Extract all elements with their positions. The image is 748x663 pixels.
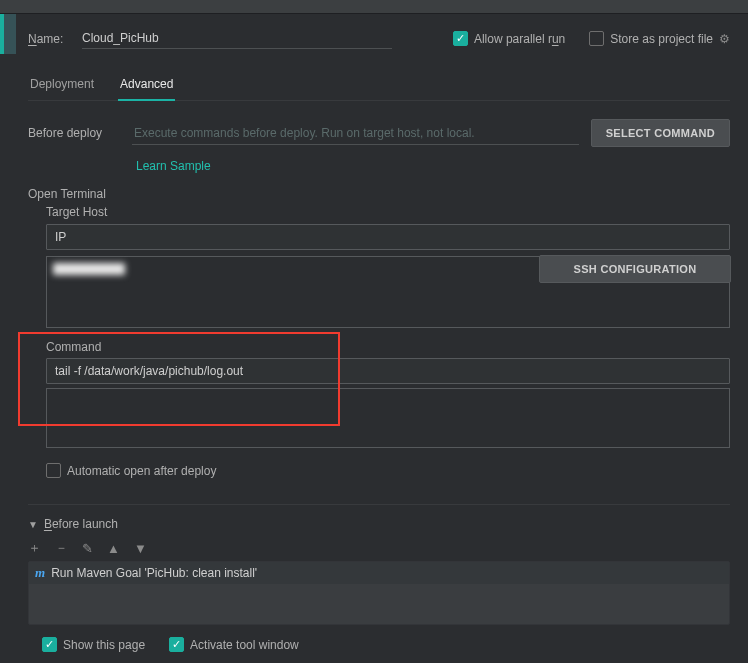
task-row[interactable]: m Run Maven Goal 'PicHub: clean install' [29,562,729,584]
maven-icon: m [35,565,45,581]
host-list-area[interactable]: SSH CONFIGURATION [46,256,730,328]
task-label: Run Maven Goal 'PicHub: clean install' [51,566,257,580]
before-launch-toolbar: ＋ － ✎ ▲ ▼ [28,539,730,557]
learn-sample-link[interactable]: Learn Sample [136,159,211,173]
up-icon[interactable]: ▲ [107,541,120,556]
command-input[interactable] [46,358,730,384]
before-launch-section: ▼ Before launch ＋ － ✎ ▲ ▼ m Run Maven Go… [28,504,730,652]
auto-open-checkbox[interactable]: Automatic open after deploy [46,463,730,478]
store-project-checkbox[interactable]: Store as project file [589,31,713,46]
tab-advanced[interactable]: Advanced [118,71,175,101]
host-entry-blurred [53,263,125,275]
tab-bar: Deployment Advanced [28,71,730,101]
remove-icon[interactable]: － [55,539,68,557]
edit-icon[interactable]: ✎ [82,541,93,556]
collapse-icon: ▼ [28,519,38,530]
select-command-button[interactable]: SELECT COMMAND [591,119,730,147]
check-icon: ✓ [453,31,468,46]
open-terminal-label: Open Terminal [28,187,730,201]
target-host-input[interactable] [46,224,730,250]
task-list[interactable]: m Run Maven Goal 'PicHub: clean install' [28,561,730,625]
before-deploy-row: Before deploy SELECT COMMAND [28,119,730,147]
add-icon[interactable]: ＋ [28,539,41,557]
target-host-label: Target Host [46,205,730,219]
checkbox-icon [46,463,61,478]
before-deploy-label: Before deploy [28,126,120,140]
auto-open-label: Automatic open after deploy [67,464,216,478]
tab-deployment[interactable]: Deployment [28,71,96,100]
config-panel: Name: ✓ Allow parallel run Store as proj… [0,14,748,652]
sidebar-active-strip [0,14,16,54]
command-area[interactable] [46,388,730,448]
name-row: Name: ✓ Allow parallel run Store as proj… [28,28,730,49]
terminal-section: Target Host SSH CONFIGURATION Command Au… [28,205,730,478]
name-label: Name: [28,32,82,46]
command-label: Command [46,340,730,354]
before-launch-header[interactable]: ▼ Before launch [28,517,730,531]
ssh-configuration-button[interactable]: SSH CONFIGURATION [539,255,731,283]
show-page-checkbox[interactable]: ✓ Show this page [42,637,145,652]
allow-parallel-label: Allow parallel run [474,32,565,46]
activate-window-checkbox[interactable]: ✓ Activate tool window [169,637,299,652]
checkbox-icon [589,31,604,46]
check-icon: ✓ [42,637,57,652]
allow-parallel-checkbox[interactable]: ✓ Allow parallel run [453,31,565,46]
store-project-label: Store as project file [610,32,713,46]
activate-window-label: Activate tool window [190,638,299,652]
name-input[interactable] [82,28,392,49]
before-deploy-input[interactable] [132,122,579,145]
down-icon[interactable]: ▼ [134,541,147,556]
bottom-checks: ✓ Show this page ✓ Activate tool window [28,637,730,652]
window-titlebar [0,0,748,14]
check-icon: ✓ [169,637,184,652]
gear-icon[interactable]: ⚙ [719,32,730,46]
show-page-label: Show this page [63,638,145,652]
before-launch-title: Before launch [44,517,118,531]
